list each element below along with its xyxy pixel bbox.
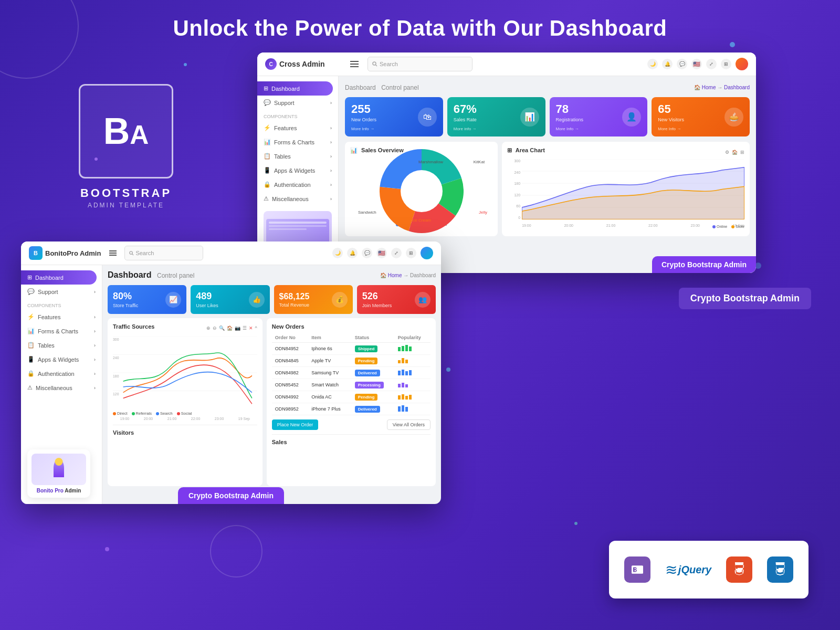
traffic-zoom-icon[interactable]: ⊕ (206, 326, 211, 331)
pie-label-icecream: Ice Cream (412, 218, 431, 223)
likes-icon: 👍 (249, 292, 265, 308)
area-chart-inner (522, 159, 744, 219)
bonito-logo: B BonitoPro Admin (29, 246, 101, 260)
moon-icon-2[interactable]: 🌙 (332, 248, 343, 258)
sidebar-item-apps[interactable]: 📱 Apps & Widgets › (257, 163, 338, 177)
traffic-zoom-out-icon[interactable]: ⊖ (213, 326, 217, 331)
svg-text:240: 240 (113, 355, 119, 360)
visitors-title: Visitors (113, 429, 257, 436)
bell-icon[interactable]: 🔔 (662, 59, 673, 69)
sales-section: Sales (272, 434, 430, 445)
arrow-icon: › (94, 357, 96, 362)
traffic-icon: 📈 (165, 292, 181, 308)
chart-grid-icon[interactable]: ⊞ (740, 150, 744, 155)
chat-icon-2[interactable]: 💬 (362, 248, 372, 258)
second-main-content: Dashboard Control panel 🏠 Home → Dashboa… (102, 265, 441, 504)
table-row: ODN84952 Iphone 6s Shipped (272, 343, 430, 355)
place-order-button[interactable]: Place New Order (272, 419, 319, 430)
stat-value: 78 (556, 102, 584, 116)
order-status: Pending (352, 355, 395, 367)
css3-icon (767, 556, 793, 583)
svg-rect-32 (405, 360, 408, 363)
order-popularity (395, 355, 430, 367)
expand-icon[interactable]: ⤢ (706, 59, 717, 69)
traffic-cam-icon[interactable]: 📷 (235, 326, 240, 331)
sidebar-item-support[interactable]: 💬 Support › (257, 96, 338, 110)
svg-rect-40 (398, 395, 401, 400)
order-item: iPhone 7 Plus (308, 403, 351, 415)
cross-logo-label: Cross Admin (279, 60, 325, 68)
second-sidebar-support[interactable]: 💬 Support › (21, 285, 102, 299)
moon-icon[interactable]: 🌙 (647, 59, 658, 69)
sidebar-item-forms[interactable]: 📊 Forms & Charts › (257, 135, 338, 149)
traffic-x-labels: 19:0020:0021:0022:0023:0019 Sep (113, 417, 257, 421)
second-sidebar-auth[interactable]: 🔒 Authentication › (21, 366, 102, 381)
order-no: ODN98952 (272, 403, 309, 415)
second-sidebar-features[interactable]: ⚡ Features › (21, 310, 102, 324)
order-no: ODN84982 (272, 367, 309, 379)
main-search[interactable]: Search (368, 57, 472, 71)
second-sidebar-dashboard[interactable]: ⊞ Dashboard (21, 270, 97, 285)
traffic-legend: Direct Referrals Search Social (113, 411, 257, 416)
hamburger-icon[interactable] (346, 61, 362, 67)
svg-rect-2 (350, 66, 359, 67)
order-item: Smart Watch (308, 379, 351, 391)
pie-label-marshmallow: Marshmallow (418, 160, 443, 164)
chart-settings-icon[interactable]: ⚙ (725, 150, 729, 155)
traffic-menu-icon[interactable]: ☰ (243, 326, 247, 331)
stat-more[interactable]: More Info → (351, 127, 376, 131)
svg-rect-42 (405, 396, 408, 400)
order-no: ODN84952 (272, 343, 309, 355)
stat-more[interactable]: More Info → (556, 127, 584, 131)
view-all-orders-button[interactable]: View All Orders (387, 419, 430, 430)
tables-icon-2: 📋 (27, 342, 35, 349)
search-placeholder-2: Search (135, 250, 154, 256)
stat-more[interactable]: More Info → (658, 127, 684, 131)
traffic-close-icon[interactable]: ✕ (249, 326, 253, 331)
traffic-title: Traffic Sources (113, 323, 154, 330)
second-sidebar-misc[interactable]: ⚠ Miscellaneous › (21, 381, 102, 395)
x-axis-labels: 19:0020:0021:0022:0023:0019 Sep (522, 224, 744, 227)
second-search[interactable]: Search (124, 246, 203, 260)
second-sidebar-forms[interactable]: 📊 Forms & Charts › (21, 324, 102, 338)
bag-icon: 🛍 (418, 108, 437, 127)
hamburger-icon-2[interactable] (106, 250, 119, 256)
svg-rect-37 (398, 384, 401, 387)
sidebar-item-tables[interactable]: 📋 Tables › (257, 149, 338, 163)
svg-rect-27 (402, 346, 404, 351)
traffic-expand-icon[interactable]: ^ (255, 326, 257, 331)
bell-icon-2[interactable]: 🔔 (347, 248, 358, 258)
sidebar-item-dashboard[interactable]: ⊞ Dashboard (257, 81, 333, 96)
user-avatar[interactable] (736, 58, 748, 70)
svg-rect-41 (402, 394, 404, 400)
order-no: ODN85452 (272, 379, 309, 391)
grid-icon[interactable]: ⊞ (721, 59, 731, 69)
flag-icon-2[interactable]: 🇺🇸 (376, 248, 387, 258)
sidebar-item-misc[interactable]: ⚠ Miscellaneous › (257, 192, 338, 206)
chart-home-icon[interactable]: 🏠 (732, 150, 738, 155)
order-popularity (395, 379, 430, 391)
user-avatar-2[interactable] (421, 247, 433, 259)
svg-rect-14 (109, 255, 117, 256)
sidebar-item-auth[interactable]: 🔒 Authentication › (257, 177, 338, 192)
bottom-section: Traffic Sources ⊕ ⊖ 🔍 🏠 📷 ☰ ✕ ^ (108, 318, 436, 486)
stat-label: New Visitors (658, 117, 684, 122)
grid-icon-2[interactable]: ⊞ (406, 248, 416, 258)
second-sidebar-tables[interactable]: 📋 Tables › (21, 338, 102, 352)
second-sidebar-apps[interactable]: 📱 Apps & Widgets › (21, 352, 102, 366)
bonito-logo-icon: B (29, 246, 43, 260)
traffic-home-icon[interactable]: 🏠 (227, 326, 233, 331)
bootstrap-icon (624, 556, 650, 583)
sidebar-item-features[interactable]: ⚡ Features › (257, 121, 338, 135)
chat-icon[interactable]: 💬 (677, 59, 687, 69)
svg-rect-44 (398, 406, 401, 412)
flag-icon[interactable]: 🇺🇸 (691, 59, 702, 69)
svg-rect-36 (409, 370, 412, 375)
svg-text:120: 120 (113, 392, 119, 396)
traffic-search-icon[interactable]: 🔍 (219, 326, 225, 331)
svg-rect-26 (398, 347, 401, 351)
stat-more[interactable]: More info → (454, 127, 477, 131)
svg-rect-30 (398, 360, 401, 363)
expand-icon-2[interactable]: ⤢ (391, 248, 402, 258)
svg-text:300: 300 (113, 337, 119, 341)
